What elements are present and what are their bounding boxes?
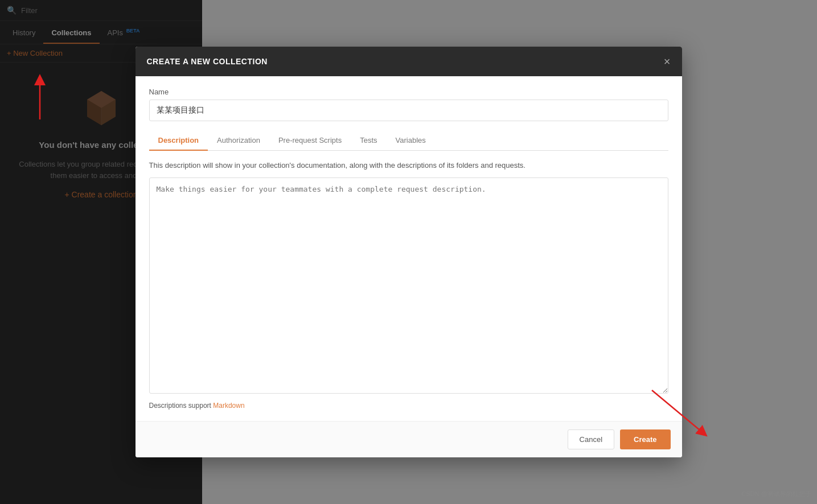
- tab-pre-request-scripts[interactable]: Pre-request Scripts: [269, 130, 351, 150]
- create-collection-modal: CREATE A NEW COLLECTION × Name Descripti…: [136, 47, 682, 458]
- modal-header: CREATE A NEW COLLECTION ×: [136, 47, 682, 76]
- modal-backdrop: CREATE A NEW COLLECTION × Name Descripti…: [0, 0, 817, 504]
- collection-name-input[interactable]: [149, 100, 668, 121]
- modal-footer: Cancel Create: [136, 421, 682, 457]
- modal-title: CREATE A NEW COLLECTION: [147, 57, 268, 66]
- modal-body: Name Description Authorization Pre-reque…: [136, 76, 682, 422]
- create-button[interactable]: Create: [620, 429, 670, 449]
- modal-close-button[interactable]: ×: [664, 56, 671, 67]
- name-label: Name: [149, 88, 668, 96]
- markdown-note: Descriptions support Markdown: [149, 402, 668, 410]
- tab-authorization[interactable]: Authorization: [208, 130, 269, 150]
- description-info: This description will show in your colle…: [149, 160, 668, 171]
- tab-description[interactable]: Description: [149, 130, 208, 150]
- watermark: CSDN @测试界的扛把子: [742, 490, 811, 498]
- markdown-link[interactable]: Markdown: [213, 402, 244, 410]
- tab-tests[interactable]: Tests: [351, 130, 386, 150]
- tab-variables[interactable]: Variables: [387, 130, 435, 150]
- description-textarea[interactable]: [149, 177, 668, 394]
- cancel-button[interactable]: Cancel: [568, 429, 614, 449]
- modal-tab-bar: Description Authorization Pre-request Sc…: [149, 130, 668, 151]
